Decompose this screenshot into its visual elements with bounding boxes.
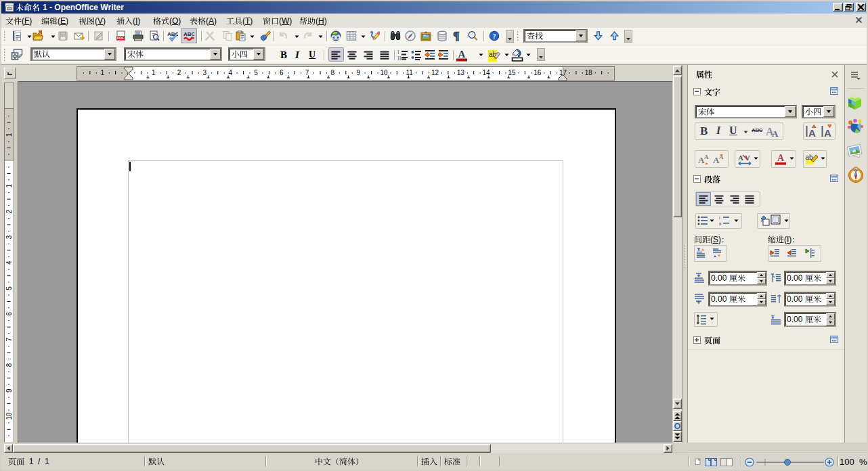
svg-text:¶: ¶ xyxy=(453,30,460,41)
svg-text:6: 6 xyxy=(5,312,13,316)
svg-text:4: 4 xyxy=(5,261,13,265)
svg-text:7: 7 xyxy=(5,337,13,341)
svg-text:15: 15 xyxy=(508,69,516,76)
svg-text:1: 1 xyxy=(100,69,104,76)
svg-text:11: 11 xyxy=(406,69,414,76)
svg-text:A: A xyxy=(704,154,709,160)
svg-text:5: 5 xyxy=(254,69,258,76)
svg-text:II: II xyxy=(719,222,722,226)
svg-text:I: I xyxy=(719,216,720,220)
svg-text:6: 6 xyxy=(280,69,284,76)
svg-text:10: 10 xyxy=(5,412,13,420)
svg-text:2: 2 xyxy=(5,209,13,213)
svg-text:N: N xyxy=(854,168,857,172)
svg-text:I: I xyxy=(397,49,399,55)
svg-text:A: A xyxy=(458,49,466,60)
svg-text:10: 10 xyxy=(380,69,388,76)
svg-text:12: 12 xyxy=(431,69,439,76)
svg-text:3: 3 xyxy=(5,235,13,239)
svg-text:7: 7 xyxy=(305,69,309,76)
svg-text:A: A xyxy=(777,153,785,163)
svg-text:4: 4 xyxy=(228,69,232,76)
svg-text:PDF: PDF xyxy=(117,36,124,40)
svg-text:8: 8 xyxy=(5,363,13,367)
svg-text:A: A xyxy=(772,129,779,138)
svg-text:14: 14 xyxy=(483,69,491,76)
svg-text:8: 8 xyxy=(331,69,335,76)
svg-text:II: II xyxy=(397,55,402,60)
svg-text:ABC: ABC xyxy=(183,31,194,37)
svg-text:A: A xyxy=(808,127,816,137)
svg-text:9: 9 xyxy=(5,388,13,392)
svg-text:3: 3 xyxy=(203,69,207,76)
svg-text:1: 1 xyxy=(152,69,156,76)
svg-text:A: A xyxy=(738,154,743,162)
svg-text:16: 16 xyxy=(534,69,542,76)
svg-text:5: 5 xyxy=(5,286,13,290)
svg-text:A: A xyxy=(824,127,831,137)
svg-text:?: ? xyxy=(493,32,496,40)
svg-text:1: 1 xyxy=(5,184,13,188)
svg-text:9: 9 xyxy=(356,69,360,76)
svg-text:18: 18 xyxy=(585,69,593,76)
svg-text:13: 13 xyxy=(457,69,465,76)
svg-text:1: 1 xyxy=(5,133,13,137)
svg-text:2: 2 xyxy=(177,69,181,76)
